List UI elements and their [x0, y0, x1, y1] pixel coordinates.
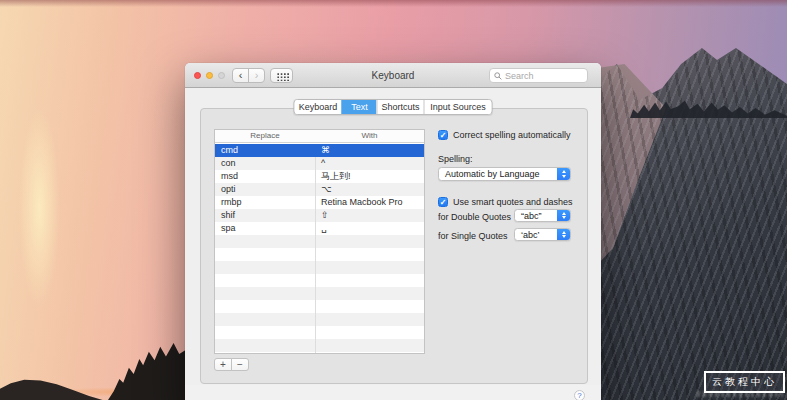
double-quotes-value: “abc” — [515, 211, 557, 221]
forward-button[interactable]: › — [248, 68, 265, 83]
smart-quotes-label: Use smart quotes and dashes — [453, 197, 573, 207]
content-panel: Replace With cmd⌘con^msd马上到!opti⌥rmbpRet… — [200, 108, 588, 384]
back-button[interactable]: ‹ — [232, 68, 249, 83]
smart-quotes-checkbox[interactable]: ✓ — [438, 197, 448, 207]
correct-spelling-checkbox[interactable]: ✓ — [438, 130, 448, 140]
tab-bar: KeyboardTextShortcutsInput Sources — [294, 99, 493, 115]
cell-replace: opti — [215, 183, 315, 196]
add-remove-group: + − — [214, 358, 249, 371]
cell-with: Retina Macbook Pro — [315, 196, 424, 209]
watermark-caption-blur — [697, 391, 783, 397]
stepper-arrows-icon — [557, 229, 570, 240]
cell-replace: shif — [215, 209, 315, 222]
cell-with: ␣ — [315, 222, 424, 235]
search-icon — [494, 72, 502, 80]
checkmark-icon: ✓ — [440, 131, 447, 140]
search-field[interactable] — [489, 68, 588, 83]
cell-replace: con — [215, 157, 315, 170]
add-replacement-button[interactable]: + — [214, 358, 232, 371]
table-row-spa[interactable]: spa␣ — [215, 222, 424, 235]
table-header: Replace With — [215, 130, 424, 143]
spelling-label: Spelling: — [438, 154, 473, 164]
cell-replace: cmd — [215, 144, 315, 157]
show-all-button[interactable] — [270, 68, 293, 83]
tab-shortcuts[interactable]: Shortcuts — [377, 100, 424, 114]
cell-replace: rmbp — [215, 196, 315, 209]
column-header-with[interactable]: With — [315, 130, 424, 142]
cell-with: ⌥ — [315, 183, 424, 196]
spelling-dropdown-value: Automatic by Language — [439, 169, 557, 179]
column-header-replace[interactable]: Replace — [215, 130, 315, 142]
tab-text[interactable]: Text — [342, 100, 377, 114]
cell-with: 马上到! — [315, 170, 424, 183]
tab-keyboard[interactable]: Keyboard — [295, 100, 342, 114]
table-row-opti[interactable]: opti⌥ — [215, 183, 424, 196]
cell-with: ^ — [315, 157, 424, 170]
cell-with: ⇧ — [315, 209, 424, 222]
cell-replace: spa — [215, 222, 315, 235]
watermark: 云教程中心 — [704, 371, 785, 393]
table-row-shif[interactable]: shif⇧ — [215, 209, 424, 222]
table-row-rmbp[interactable]: rmbpRetina Macbook Pro — [215, 196, 424, 209]
correct-spelling-label: Correct spelling automatically — [453, 130, 571, 140]
table-body[interactable]: cmd⌘con^msd马上到!opti⌥rmbpRetina Macbook P… — [215, 144, 424, 353]
double-quotes-label: for Double Quotes — [438, 212, 511, 222]
correct-spelling-row: ✓ Correct spelling automatically — [438, 130, 571, 140]
window-footer — [185, 385, 601, 400]
smart-quotes-row: ✓ Use smart quotes and dashes — [438, 197, 573, 207]
grid-icon — [276, 72, 289, 81]
titlebar[interactable]: Keyboard ‹ › — [185, 63, 601, 88]
checkmark-icon: ✓ — [440, 198, 447, 207]
wallpaper-cliff — [598, 0, 787, 400]
stepper-arrows-icon — [557, 210, 570, 221]
table-row-con[interactable]: con^ — [215, 157, 424, 170]
chevron-left-icon: ‹ — [239, 69, 243, 81]
cell-with: ⌘ — [315, 144, 424, 157]
single-quotes-label: for Single Quotes — [438, 231, 508, 241]
chevron-right-icon: › — [255, 69, 259, 81]
tab-input-sources[interactable]: Input Sources — [424, 100, 492, 114]
double-quotes-dropdown[interactable]: “abc” — [514, 209, 571, 222]
text-replacement-table[interactable]: Replace With cmd⌘con^msd马上到!opti⌥rmbpRet… — [214, 129, 425, 354]
single-quotes-dropdown[interactable]: ‘abc’ — [514, 228, 571, 241]
help-button[interactable]: ? — [574, 390, 585, 400]
single-quotes-value: ‘abc’ — [515, 230, 557, 240]
desktop: 云教程中心 Keyboard ‹ › KeyboardTextShor — [0, 0, 787, 400]
cell-replace: msd — [215, 170, 315, 183]
keyboard-preferences-window: Keyboard ‹ › KeyboardTextShortcutsInput … — [185, 63, 601, 400]
table-row-msd[interactable]: msd马上到! — [215, 170, 424, 183]
cliff-texture — [598, 0, 787, 400]
table-row-cmd[interactable]: cmd⌘ — [215, 144, 424, 157]
stepper-arrows-icon — [557, 168, 570, 180]
search-input[interactable] — [505, 71, 581, 81]
remove-replacement-button[interactable]: − — [231, 358, 249, 371]
spelling-dropdown[interactable]: Automatic by Language — [438, 167, 571, 181]
